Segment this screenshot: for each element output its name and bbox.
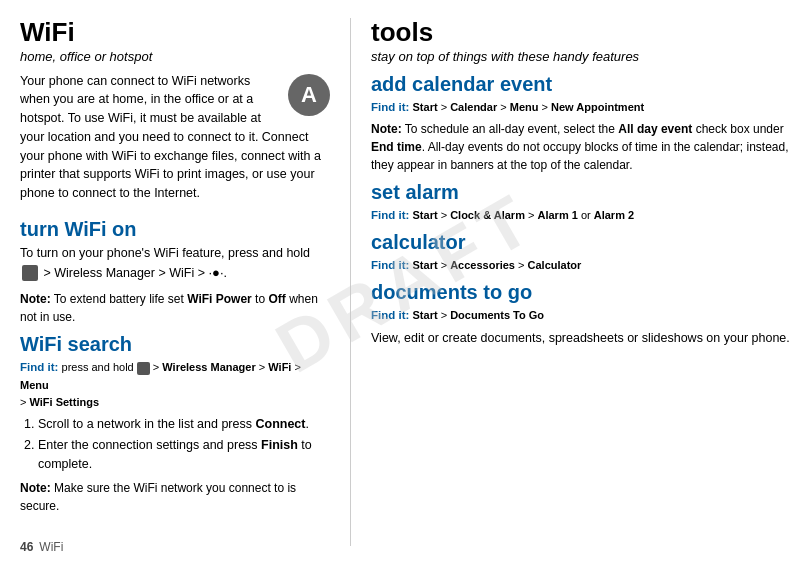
left-column: WiFi home, office or hotspot Your phone … [20,18,330,546]
calculator-heading: calculator [371,230,791,254]
list-item: Scroll to a network in the list and pres… [38,415,330,434]
set-alarm-heading: set alarm [371,180,791,204]
documents-to-go-find-it: Find it: Start > Documents To Go [371,307,791,324]
wifi-search-heading: WiFi search [20,332,330,356]
wifi-icon-circle [288,74,330,116]
set-alarm-find-it: Find it: Start > Clock & Alarm > Alarm 1… [371,207,791,224]
wifi-search-note: Note: Make sure the WiFi network you con… [20,479,330,515]
wifi-search-steps: Scroll to a network in the list and pres… [38,415,330,473]
left-subtitle: home, office or hotspot [20,49,330,64]
footer-label: WiFi [39,540,63,554]
intro-text: Your phone can connect to WiFi networks … [20,72,330,203]
intro-block: Your phone can connect to WiFi networks … [20,72,330,211]
turn-wifi-on-body: To turn on your phone's WiFi feature, pr… [20,244,330,283]
wifi-dot: ·●· [208,265,223,280]
right-page-title: tools [371,18,791,47]
calculator-find-it: Find it: Start > Accessories > Calculato… [371,257,791,274]
right-subtitle: stay on top of things with these handy f… [371,49,791,64]
add-calendar-note: Note: To schedule an all-day event, sele… [371,120,791,174]
turn-wifi-on-note: Note: To extend battery life set WiFi Po… [20,290,330,326]
documents-to-go-body: View, edit or create documents, spreadsh… [371,329,791,348]
documents-to-go-heading: documents to go [371,280,791,304]
turn-wifi-on-heading: turn WiFi on [20,217,330,241]
wifi-search-find-it: Find it: press and hold > Wireless Manag… [20,359,330,411]
page-number: 46 [20,540,33,554]
add-calendar-find-it: Find it: Start > Calendar > Menu > New A… [371,99,791,116]
page-footer: 46 WiFi [20,540,63,554]
right-column: tools stay on top of things with these h… [371,18,791,546]
column-divider [350,18,351,546]
home-key-icon [22,265,38,281]
left-page-title: WiFi [20,18,330,47]
list-item: Enter the connection settings and press … [38,436,330,474]
add-calendar-heading: add calendar event [371,72,791,96]
